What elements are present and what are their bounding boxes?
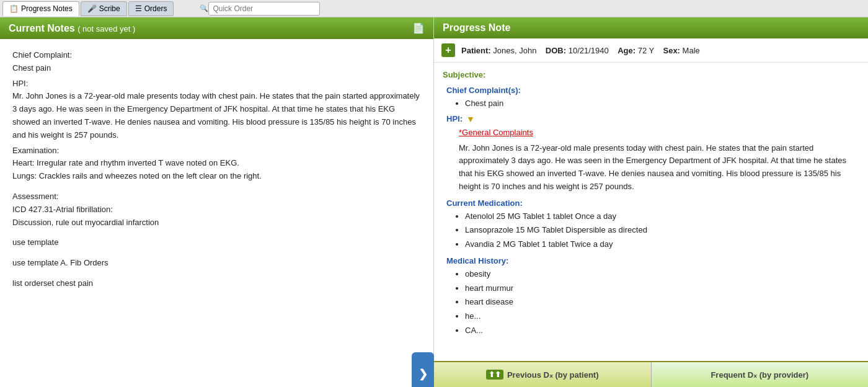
arrow-right-icon: ❯: [418, 367, 428, 381]
exam-lungs: Lungs: Crackles rails and wheezes noted …: [12, 171, 262, 180]
hpi-label: HPI:: [12, 79, 28, 88]
not-saved-text: ( not saved yet ): [78, 24, 135, 33]
patient-name-value: Jones, John: [493, 46, 536, 55]
use-template-2: use template A. Fib Orders: [12, 257, 421, 270]
chief-complaint-section: Chief Complaint: Chest pain: [12, 49, 421, 75]
patient-plus-button[interactable]: +: [441, 43, 455, 57]
chief-complaint-value: Chest pain: [12, 63, 51, 73]
hpi-right-section: HPI: ▼ *General Complaints Mr. John Jone…: [443, 112, 859, 193]
quick-order-input[interactable]: [208, 2, 320, 16]
medical-history-section: Medical History: obesity heart murmur he…: [443, 255, 859, 337]
tab-scribe[interactable]: 🎤 Scribe: [81, 1, 127, 16]
age-value: 72 Y: [638, 46, 654, 55]
tab-orders[interactable]: ☰ Orders: [128, 1, 174, 16]
exam-heart: Heart: Irregular rate and rhythm inverte…: [12, 158, 239, 167]
note-document-icon: 📄: [412, 22, 425, 34]
list-item: he...: [465, 310, 859, 323]
top-tab-bar: 📋 Progress Notes 🎤 Scribe ☰ Orders 🔍: [0, 0, 868, 17]
progress-note-title: Progress Note: [443, 22, 510, 33]
list-item: Avandia 2 MG Tablet 1 tablet Twice a day: [465, 238, 859, 251]
medical-history-label: Medical History:: [446, 256, 508, 265]
right-panel: Progress Note + Patient: Jones, John DOB…: [434, 17, 868, 387]
hpi-body-text: Mr. John Jones is a 72-year-old male pre…: [12, 91, 420, 139]
list-item: obesity: [465, 268, 859, 281]
hpi-row: HPI: ▼: [446, 112, 859, 126]
tab-scribe-label: Scribe: [99, 4, 120, 13]
sex-value: Male: [683, 46, 700, 55]
left-panel-wrapper: Current Notes ( not saved yet ) 📄 Chief …: [0, 17, 434, 387]
current-medication-section: Current Medication: Atenolol 25 MG Table…: [443, 197, 859, 251]
tab-progress-notes[interactable]: 📋 Progress Notes: [2, 1, 79, 16]
progress-notes-icon: 📋: [9, 4, 19, 13]
current-medication-label: Current Medication:: [446, 198, 523, 208]
patient-name-info: Patient: Jones, John DOB: 10/21/1940 Age…: [461, 46, 700, 55]
list-item: heart disease: [465, 296, 859, 309]
hpi-right-label: HPI:: [446, 113, 463, 126]
sex-label: Sex:: [663, 46, 680, 55]
expand-arrow-button[interactable]: ❯: [412, 352, 434, 387]
previous-dx-label: Previous Dₓ (by patient): [507, 370, 599, 380]
bottom-buttons: ⬆⬆ Previous Dₓ (by patient) Frequent Dₓ …: [434, 361, 868, 387]
list-orderset: list orderset chest pain: [12, 277, 421, 290]
current-notes-header: Current Notes ( not saved yet ) 📄: [0, 17, 433, 39]
tab-progress-notes-label: Progress Notes: [21, 4, 73, 13]
hpi-body-right: Mr. John Jones is a 72-year-old male pre…: [446, 142, 859, 194]
patient-name-label: Patient:: [461, 46, 491, 55]
history-list: obesity heart murmur heart disease he...…: [446, 268, 859, 337]
previous-dx-button[interactable]: ⬆⬆ Previous Dₓ (by patient): [434, 362, 652, 387]
up-arrows-icon: ⬆⬆: [486, 370, 503, 380]
discussion-line: Discussion, rule out myocardial infarcti…: [12, 218, 159, 227]
age-label: Age:: [618, 46, 636, 55]
chief-complaints-section: Chief Complaint(s): Chest pain: [443, 84, 859, 110]
frequent-dx-label: Frequent Dₓ (by provider): [711, 370, 808, 380]
list-item: Atenolol 25 MG Tablet 1 tablet Once a da…: [465, 210, 859, 223]
note-body: Chief Complaint: Chest pain HPI: Mr. Joh…: [0, 39, 433, 387]
general-complaints-link[interactable]: *General Complaints: [446, 127, 859, 140]
assessment-section: Assessment: ICD 427.31-Atrial fibrillati…: [12, 190, 421, 229]
use-template-1: use template: [12, 236, 421, 249]
scribe-icon: 🎤: [87, 4, 97, 13]
current-notes-title: Current Notes ( not saved yet ): [9, 23, 135, 34]
assessment-label: Assessment:: [12, 192, 58, 201]
chief-complaint-item: Chest pain: [465, 97, 859, 110]
chief-complaints-list: Chest pain: [446, 97, 859, 110]
hpi-dropdown-icon[interactable]: ▼: [466, 112, 475, 126]
search-icon: 🔍: [200, 4, 208, 12]
subjective-label: Subjective:: [443, 70, 485, 79]
tab-orders-label: Orders: [144, 4, 167, 13]
frequent-dx-button[interactable]: Frequent Dₓ (by provider): [652, 362, 869, 387]
examination-section: Examination: Heart: Irregular rate and r…: [12, 145, 421, 183]
subjective-section: Subjective:: [443, 69, 859, 82]
left-panel: Current Notes ( not saved yet ) 📄 Chief …: [0, 17, 434, 387]
list-item: heart murmur: [465, 282, 859, 295]
progress-note-content: Subjective: Chief Complaint(s): Chest pa…: [434, 63, 868, 361]
progress-note-header: Progress Note: [434, 17, 868, 38]
dob-value: 10/21/1940: [569, 46, 609, 55]
dob-label: DOB:: [546, 46, 566, 55]
examination-label: Examination:: [12, 146, 59, 155]
main-layout: Current Notes ( not saved yet ) 📄 Chief …: [0, 17, 868, 387]
list-item: CA...: [465, 324, 859, 337]
medications-list: Atenolol 25 MG Tablet 1 tablet Once a da…: [446, 210, 859, 251]
list-item: Lansoprazole 15 MG Tablet Dispersible as…: [465, 224, 859, 237]
orders-icon: ☰: [135, 4, 142, 13]
hpi-section: HPI: Mr. John Jones is a 72-year-old mal…: [12, 78, 421, 142]
chief-complaint-label: Chief Complaint:: [12, 50, 72, 60]
chief-complaints-label: Chief Complaint(s):: [446, 86, 521, 95]
icd-line: ICD 427.31-Atrial fibrillation:: [12, 205, 113, 214]
patient-info-bar: + Patient: Jones, John DOB: 10/21/1940 A…: [434, 38, 868, 63]
